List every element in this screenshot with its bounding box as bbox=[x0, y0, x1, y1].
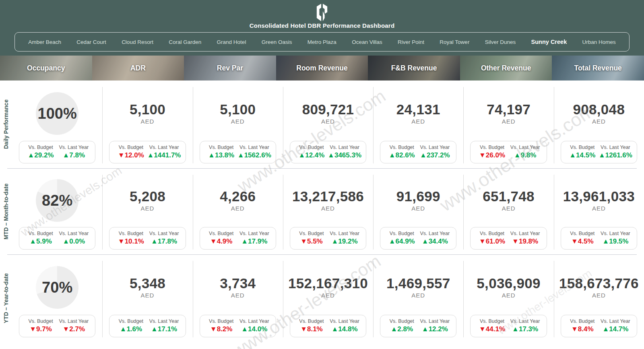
kpi-value-area: 5,100AED bbox=[130, 86, 165, 141]
kpi-cell-total-revenue: 908,048AEDVs. Budget▲14.5%Vs. Last Year▲… bbox=[554, 81, 644, 168]
nav-hotel-cloud-resort[interactable]: Cloud Resort bbox=[119, 37, 156, 47]
vs-budget-value: ▲64.9% bbox=[389, 237, 415, 246]
kpi-number: 5,036,909 bbox=[477, 276, 540, 291]
vs-budget: Vs. Budget▲29.2% bbox=[24, 145, 57, 159]
occupancy-pie-chart: 82% bbox=[36, 179, 78, 222]
kpi-number: 13,217,586 bbox=[292, 189, 364, 204]
vs-last-year: Vs. Last Year▲1562.6% bbox=[238, 145, 271, 159]
nav-hotel-cedar-court[interactable]: Cedar Court bbox=[74, 37, 109, 47]
vs-last-year-label: Vs. Last Year bbox=[601, 318, 630, 324]
vs-budget: Vs. Budget▲1.6% bbox=[114, 318, 147, 333]
kpi-number: 809,721 bbox=[302, 102, 354, 117]
vs-last-year: Vs. Last Year▲17.9% bbox=[238, 231, 271, 246]
vs-budget: Vs. Budget▼4.9% bbox=[205, 231, 238, 246]
kpi-number: 24,131 bbox=[396, 102, 440, 117]
kpi-cell-total-revenue: 13,961,033AEDVs. Budget▼4.5%Vs. Last Yea… bbox=[554, 168, 644, 254]
vs-budget: Vs. Budget▲82.6% bbox=[385, 145, 418, 159]
kpi-number: 1,469,557 bbox=[386, 276, 450, 291]
currency-label: AED bbox=[411, 205, 425, 212]
page-title: Consolidated Hotel DBR Performance Dashb… bbox=[0, 22, 644, 29]
row-label: MTD – Month-to-date bbox=[0, 168, 12, 254]
kpi-value-area: 82% bbox=[36, 174, 78, 227]
vs-last-year-label: Vs. Last Year bbox=[239, 318, 269, 324]
currency-label: AED bbox=[321, 205, 335, 212]
vs-last-year: Vs. Last Year▲1261.6% bbox=[599, 145, 632, 159]
vs-last-year-label: Vs. Last Year bbox=[420, 318, 450, 324]
kpi-number: 3,734 bbox=[220, 276, 256, 291]
vs-last-year-label: Vs. Last Year bbox=[239, 145, 269, 150]
vs-budget-label: Vs. Budget bbox=[119, 145, 143, 150]
vs-last-year-label: Vs. Last Year bbox=[330, 145, 359, 150]
kpi-cell-occupancy: 82%Vs. Budget▲5.9%Vs. Last Year▲0.0% bbox=[12, 168, 102, 254]
vs-last-year-value: ▲1441.7% bbox=[147, 151, 181, 159]
nav-hotel-coral-garden[interactable]: Coral Garden bbox=[166, 37, 204, 47]
vs-budget: Vs. Budget▼9.7% bbox=[24, 318, 57, 333]
vs-last-year-label: Vs. Last Year bbox=[149, 318, 179, 324]
vs-last-year-label: Vs. Last Year bbox=[420, 231, 450, 236]
metric-header-adr: ADR bbox=[92, 56, 184, 81]
metric-header-label: Room Revenue bbox=[296, 64, 347, 72]
kpi-cell-other-revenue: 74,197AEDVs. Budget▼26.0%Vs. Last Year▲9… bbox=[463, 81, 553, 168]
vs-budget: Vs. Budget▼44.1% bbox=[475, 318, 508, 333]
kpi-value-area: 24,131AED bbox=[396, 86, 440, 141]
vs-last-year-value: ▲237.2% bbox=[420, 151, 450, 159]
nav-hotel-grand-hotel[interactable]: Grand Hotel bbox=[215, 37, 249, 47]
nav-hotel-amber-beach[interactable]: Amber Beach bbox=[26, 37, 64, 47]
nav-hotel-silver-dunes[interactable]: Silver Dunes bbox=[483, 37, 518, 47]
vs-last-year-value: ▼2.7% bbox=[62, 325, 85, 333]
currency-label: AED bbox=[592, 118, 606, 125]
comparison-box: Vs. Budget▼26.0%Vs. Last Year▲9.8% bbox=[470, 141, 547, 163]
comparison-box: Vs. Budget▼12.0%Vs. Last Year▲1441.7% bbox=[109, 141, 186, 163]
comparison-box: Vs. Budget▼10.1%Vs. Last Year▲17.8% bbox=[109, 227, 186, 250]
nav-hotel-metro-plaza[interactable]: Metro Plaza bbox=[305, 37, 339, 47]
vs-budget-value: ▼4.5% bbox=[571, 237, 594, 246]
brand-logo-icon bbox=[314, 3, 330, 22]
vs-budget-label: Vs. Budget bbox=[299, 231, 324, 236]
vs-budget-label: Vs. Budget bbox=[299, 318, 324, 324]
vs-last-year-label: Vs. Last Year bbox=[59, 231, 89, 236]
vs-budget-label: Vs. Budget bbox=[480, 145, 504, 150]
vs-budget-value: ▼10.1% bbox=[118, 237, 144, 246]
kpi-value-area: 651,748AED bbox=[483, 174, 535, 227]
kpi-value-area: 158,673,776AED bbox=[559, 260, 639, 315]
nav-hotel-sunny-creek[interactable]: Sunny Creek bbox=[529, 37, 570, 47]
metric-header-occupancy: Occupancy bbox=[0, 56, 92, 81]
vs-last-year: Vs. Last Year▲9.8% bbox=[509, 145, 542, 159]
comparison-box: Vs. Budget▼4.9%Vs. Last Year▲17.9% bbox=[200, 227, 276, 250]
occupancy-pie-chart: 100% bbox=[36, 92, 78, 135]
kpi-cell-occupancy: 100%Vs. Budget▲29.2%Vs. Last Year▲7.8% bbox=[12, 81, 102, 168]
nav-hotel-urban-homes[interactable]: Urban Homes bbox=[580, 37, 618, 47]
nav-hotel-royal-tower[interactable]: Royal Tower bbox=[437, 37, 472, 47]
kpi-number: 158,673,776 bbox=[559, 276, 639, 291]
comparison-box: Vs. Budget▼8.1%Vs. Last Year▲14.8% bbox=[290, 315, 366, 337]
kpi-value-area: 74,197AED bbox=[487, 86, 530, 141]
kpi-value-area: 809,721AED bbox=[302, 86, 354, 141]
vs-last-year-label: Vs. Last Year bbox=[601, 145, 630, 150]
kpi-number: 651,748 bbox=[483, 189, 535, 204]
comparison-box: Vs. Budget▲64.9%Vs. Last Year▲34.4% bbox=[380, 227, 456, 250]
kpi-cell-f-b-revenue: 1,469,557AEDVs. Budget▲2.8%Vs. Last Year… bbox=[373, 254, 463, 342]
vs-budget-label: Vs. Budget bbox=[390, 318, 414, 324]
nav-hotel-ocean-villas[interactable]: Ocean Villas bbox=[349, 37, 385, 47]
nav-hotel-river-point[interactable]: River Point bbox=[395, 37, 427, 47]
vs-last-year-value: ▲17.8% bbox=[151, 237, 177, 246]
occupancy-percentage: 70% bbox=[42, 279, 72, 296]
vs-last-year-value: ▲1261.6% bbox=[599, 151, 632, 159]
metric-header-rev-par: Rev Par bbox=[184, 56, 276, 81]
vs-budget-value: ▼5.5% bbox=[300, 237, 323, 246]
kpi-value-area: 5,100AED bbox=[220, 86, 256, 141]
vs-budget-label: Vs. Budget bbox=[390, 145, 414, 150]
nav-hotel-green-oasis[interactable]: Green Oasis bbox=[259, 37, 295, 47]
vs-budget-value: ▼12.0% bbox=[118, 151, 144, 159]
kpi-value-area: 3,734AED bbox=[220, 260, 256, 315]
kpi-value-area: 5,348AED bbox=[130, 260, 165, 315]
vs-budget-value: ▲14.5% bbox=[569, 151, 595, 159]
vs-budget-value: ▼8.2% bbox=[210, 325, 233, 333]
comparison-box: Vs. Budget▼61.0%Vs. Last Year▼19.8% bbox=[470, 227, 547, 250]
vs-last-year-label: Vs. Last Year bbox=[601, 231, 630, 236]
vs-budget: Vs. Budget▼8.1% bbox=[295, 318, 328, 333]
vs-budget-label: Vs. Budget bbox=[390, 231, 414, 236]
comparison-box: Vs. Budget▲12.4%Vs. Last Year▲3465.3% bbox=[290, 141, 366, 163]
vs-last-year-value: ▲19.5% bbox=[602, 237, 628, 246]
vs-last-year-label: Vs. Last Year bbox=[510, 231, 540, 236]
